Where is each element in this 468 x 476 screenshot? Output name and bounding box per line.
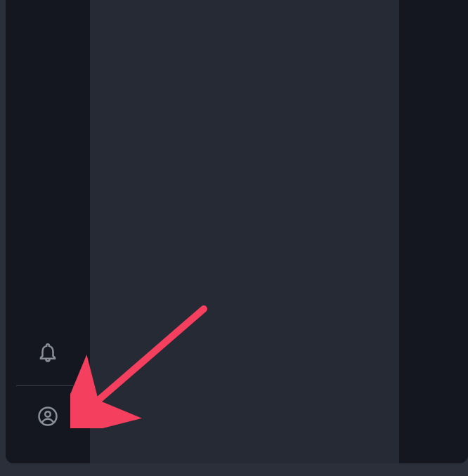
content-panel: [90, 0, 399, 463]
account-circle-icon: [37, 406, 58, 430]
sidebar-item-notifications[interactable]: [6, 322, 90, 385]
svg-point-1: [45, 411, 51, 417]
sidebar: [6, 0, 90, 463]
bell-icon: [37, 342, 58, 366]
sidebar-item-account[interactable]: [6, 386, 90, 449]
app-window: [6, 0, 468, 463]
